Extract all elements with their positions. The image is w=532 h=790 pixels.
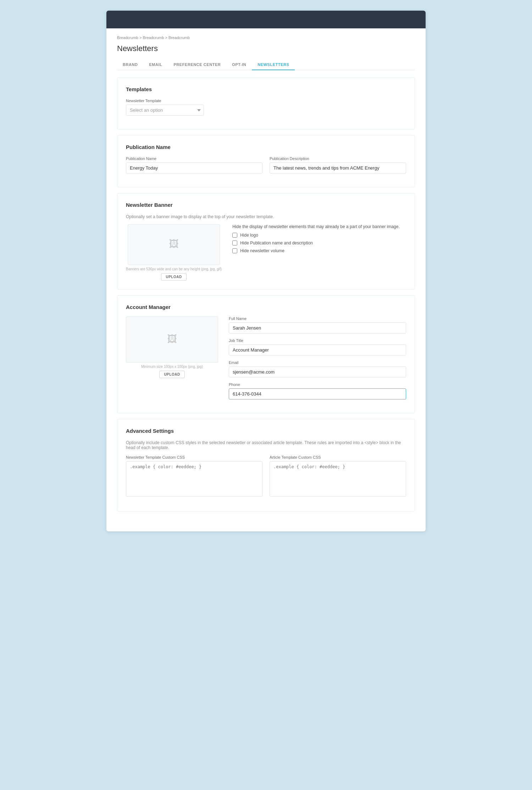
newsletter-template-select[interactable]: Select an option — [126, 105, 204, 116]
advanced-settings-title: Advanced Settings — [126, 428, 406, 434]
account-upload-area: 🖼 Minimum size 100px x 100px (png, jpg) … — [126, 316, 218, 378]
css-fields-row: Newsletter Template Custom CSS Article T… — [126, 455, 406, 503]
account-upload-hint: Minimum size 100px x 100px (png, jpg) — [141, 365, 203, 369]
banner-content: 🖼 Banners are 536px wide and can be any … — [126, 224, 406, 281]
account-fields: Full Name Job Title Email Phone — [229, 316, 406, 404]
article-css-input[interactable] — [270, 461, 406, 497]
banner-upload-hint: Banners are 536px wide and can be any he… — [126, 267, 222, 271]
advanced-settings-section: Advanced Settings Optionally include cus… — [117, 419, 415, 512]
hide-volume-checkbox-item[interactable]: Hide newsletter volume — [232, 248, 406, 253]
page-title: Newsletters — [117, 44, 415, 53]
pub-name-label: Publication Name — [126, 156, 262, 161]
phone-input[interactable] — [229, 388, 406, 399]
breadcrumb: Breadcrumb > Breadcrumb > Breadcrumb — [117, 35, 415, 40]
newsletter-template-field: Newsletter Template Select an option — [126, 99, 406, 116]
account-image-placeholder: 🖼 — [126, 316, 218, 363]
hide-publication-checkbox-item[interactable]: Hide Publication name and description — [232, 241, 406, 245]
hide-publication-label: Hide Publication name and description — [240, 241, 313, 245]
account-manager-title: Account Manager — [126, 304, 406, 310]
email-field: Email — [229, 360, 406, 377]
pub-desc-field: Publication Description — [270, 156, 406, 173]
email-input[interactable] — [229, 366, 406, 377]
banner-image-placeholder: 🖼 — [128, 224, 220, 265]
hide-publication-checkbox[interactable] — [232, 241, 237, 245]
templates-title: Templates — [126, 86, 406, 92]
tabs-nav: BRAND EMAIL PREFERENCE CENTER OPT-IN NEW… — [117, 60, 415, 70]
pub-desc-input[interactable] — [270, 162, 406, 173]
phone-field: Phone — [229, 382, 406, 399]
top-bar — [106, 11, 426, 28]
pub-name-input[interactable] — [126, 162, 262, 173]
newsletter-css-label: Newsletter Template Custom CSS — [126, 455, 262, 459]
tab-email[interactable]: EMAIL — [143, 60, 168, 70]
article-css-label: Article Template Custom CSS — [270, 455, 406, 459]
hide-volume-checkbox[interactable] — [232, 248, 237, 253]
publication-fields-row: Publication Name Publication Description — [126, 156, 406, 178]
advanced-settings-desc: Optionally include custom CSS styles in … — [126, 440, 406, 450]
pub-desc-label: Publication Description — [270, 156, 406, 161]
hide-logo-checkbox-item[interactable]: Hide logo — [232, 233, 406, 238]
newsletter-banner-section: Newsletter Banner Optionally set a banne… — [117, 193, 415, 289]
publication-name-title: Publication Name — [126, 144, 406, 150]
hide-checkboxes: Hide logo Hide Publication name and desc… — [232, 233, 406, 253]
content-area: Breadcrumb > Breadcrumb > Breadcrumb New… — [106, 28, 426, 531]
account-content: 🖼 Minimum size 100px x 100px (png, jpg) … — [126, 316, 406, 404]
hide-logo-checkbox[interactable] — [232, 233, 237, 238]
hide-options-title: Hide the display of newsletter elements … — [232, 224, 406, 229]
phone-label: Phone — [229, 382, 406, 387]
hide-logo-label: Hide logo — [240, 233, 258, 238]
newsletter-template-label: Newsletter Template — [126, 99, 406, 103]
newsletter-banner-subtitle: Optionally set a banner image to display… — [126, 214, 406, 219]
account-manager-section: Account Manager 🖼 Minimum size 100px x 1… — [117, 295, 415, 413]
banner-upload-area: 🖼 Banners are 536px wide and can be any … — [126, 224, 222, 281]
publication-name-section: Publication Name Publication Name Public… — [117, 135, 415, 187]
newsletter-banner-title: Newsletter Banner — [126, 202, 406, 208]
job-title-label: Job Title — [229, 338, 406, 343]
banner-hide-options: Hide the display of newsletter elements … — [232, 224, 406, 253]
article-css-field: Article Template Custom CSS — [270, 455, 406, 498]
full-name-input[interactable] — [229, 322, 406, 333]
full-name-field: Full Name — [229, 316, 406, 333]
account-upload-button[interactable]: UPLOAD — [159, 371, 184, 378]
image-icon: 🖼 — [169, 238, 179, 250]
app-container: Breadcrumb > Breadcrumb > Breadcrumb New… — [106, 11, 426, 531]
tab-newsletters[interactable]: NEWSLETTERS — [252, 60, 295, 70]
newsletter-css-field: Newsletter Template Custom CSS — [126, 455, 262, 498]
tab-brand[interactable]: BRAND — [117, 60, 143, 70]
job-title-input[interactable] — [229, 344, 406, 355]
newsletter-css-input[interactable] — [126, 461, 262, 497]
banner-upload-button[interactable]: UPLOAD — [161, 273, 186, 281]
hide-volume-label: Hide newsletter volume — [240, 248, 284, 253]
email-label: Email — [229, 360, 406, 365]
account-image-icon: 🖼 — [167, 333, 177, 345]
templates-section: Templates Newsletter Template Select an … — [117, 77, 415, 129]
tab-opt-in[interactable]: OPT-IN — [226, 60, 252, 70]
tab-preference-center[interactable]: PREFERENCE CENTER — [168, 60, 226, 70]
full-name-label: Full Name — [229, 316, 406, 321]
pub-name-field: Publication Name — [126, 156, 262, 173]
job-title-field: Job Title — [229, 338, 406, 355]
